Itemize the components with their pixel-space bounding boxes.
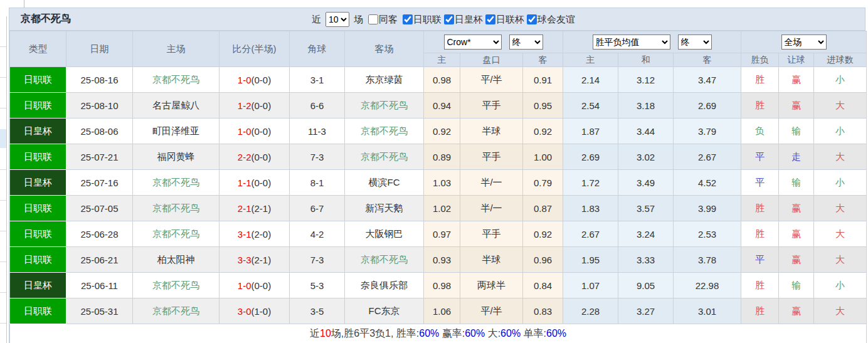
handicap-result-cell: 输 — [779, 119, 814, 144]
half-time-score: (1-0) — [251, 306, 272, 317]
date-cell: 25-06-11 — [66, 273, 133, 298]
odds-company-select[interactable]: Crow* — [444, 34, 502, 50]
league-checkbox-1[interactable] — [444, 14, 454, 24]
col-header-type: 类型 — [10, 31, 66, 67]
date-cell: 25-08-06 — [66, 119, 133, 144]
avg-away-cell: 2.53 — [674, 221, 741, 247]
summary-segment: 单率: — [521, 328, 546, 339]
handicap-cell: 平/半 — [460, 298, 523, 324]
result-cell: 胜 — [741, 196, 779, 221]
odds-home-cell: 0.97 — [424, 221, 460, 247]
same-away-filter[interactable]: 同客 — [368, 14, 398, 26]
odds-away-cell: 0.96 — [523, 247, 563, 273]
avg-home-cell: 2.28 — [563, 298, 618, 324]
corners-cell: 7-3 — [290, 144, 345, 170]
away-team-name: 京都不死鸟 — [361, 254, 408, 265]
league-checkbox-3[interactable] — [527, 14, 537, 24]
summary-segment: 60% — [465, 328, 485, 339]
away-team-cell: 横滨FC — [345, 170, 424, 196]
goals-cell: 小 — [814, 273, 867, 298]
avg-home-cell: 1.72 — [563, 170, 618, 196]
full-time-score: 2-2 — [238, 152, 251, 162]
league-checkbox-2[interactable] — [485, 14, 495, 24]
league-type-cell: 日皇杯 — [10, 170, 66, 196]
league-filter-1[interactable]: 日皇杯 — [444, 14, 483, 26]
scope-select[interactable]: 全场 — [781, 34, 827, 50]
summary-segment: 赢率: — [439, 328, 465, 339]
avg-time-select[interactable]: 终 — [678, 34, 712, 50]
league-checkbox-label: 日职联 — [413, 14, 442, 26]
result-cell: 负 — [741, 119, 779, 144]
handicap-result-cell: 赢 — [779, 93, 814, 119]
league-type-cell: 日职联 — [10, 298, 66, 324]
recent-count-select[interactable]: 10 — [326, 12, 349, 27]
home-team-cell: 京都不死鸟 — [133, 298, 220, 324]
handicap-cell: 平手 — [460, 144, 523, 170]
home-team-name: 京都不死鸟 — [152, 177, 199, 187]
home-team-name: 京都不死鸟 — [152, 228, 199, 239]
avg-type-select[interactable]: 胜平负均值 — [593, 34, 670, 50]
odds-home-cell: 0.94 — [424, 93, 460, 119]
avg-away-cell: 2.67 — [674, 144, 741, 170]
handicap-result-cell: 赢 — [779, 221, 814, 247]
avg-home-cell: 1.87 — [563, 119, 618, 144]
match-row: 日职联25-08-10名古屋鲸八1-2(0-0)6-6京都不死鸟0.94平手0.… — [10, 93, 867, 119]
corners-cell: 4-2 — [290, 221, 345, 247]
league-filter-checkboxes: 日职联日皇杯日联杯球会友谊 — [400, 14, 575, 26]
goals-cell: 大 — [814, 221, 867, 247]
away-team-cell: 奈良俱乐部 — [345, 273, 424, 298]
same-away-label: 同客 — [379, 14, 398, 26]
match-stats-panel: 京都不死鸟 近 10 场 同客 日职联日皇杯日联杯球会友谊 — [9, 8, 865, 343]
same-away-checkbox[interactable] — [368, 14, 378, 24]
avg-home-cell: 2.67 — [563, 221, 618, 247]
sub-header-odds-away: 客 — [523, 53, 563, 67]
corners-cell: 11-3 — [290, 119, 345, 144]
result-cell: 胜 — [741, 298, 779, 324]
handicap-result-cell: 赢 — [779, 196, 814, 221]
goals-cell: 小 — [814, 67, 867, 93]
col-header-away: 客场 — [345, 31, 424, 67]
match-row: 日皇杯25-08-06町田泽维亚1-0(0-0)11-3京都不死鸟0.92半球0… — [10, 119, 867, 144]
away-team-name: 奈良俱乐部 — [361, 280, 408, 290]
league-filter-0[interactable]: 日职联 — [403, 14, 442, 26]
away-team-name: 京都不死鸟 — [361, 100, 408, 110]
away-team-cell: 京都不死鸟 — [345, 144, 424, 170]
league-filter-3[interactable]: 球会友谊 — [527, 14, 575, 26]
sub-header-handicap-result: 让球 — [779, 53, 814, 67]
home-team-name: 福冈黄蜂 — [157, 151, 195, 162]
avg-away-cell: 3.47 — [674, 67, 741, 93]
result-cell: 平 — [741, 247, 779, 273]
home-team-name: 京都不死鸟 — [152, 280, 199, 290]
odds-away-cell: 0.92 — [523, 119, 563, 144]
handicap-result-cell: 赢 — [779, 298, 814, 324]
col-header-score: 比分(半场) — [220, 31, 290, 67]
home-team-name: 京都不死鸟 — [152, 74, 199, 85]
summary-segment: 60% — [546, 328, 566, 339]
league-checkbox-0[interactable] — [403, 14, 413, 24]
odds-time-select[interactable]: 终 — [509, 34, 543, 50]
league-type-cell: 日职联 — [10, 93, 66, 119]
avg-draw-cell: 9.05 — [618, 273, 674, 298]
odds-home-cell: 0.98 — [424, 273, 460, 298]
league-filter-2[interactable]: 日联杯 — [485, 14, 524, 26]
col-header-corners: 角球 — [290, 31, 345, 67]
avg-home-cell: 2.69 — [563, 144, 618, 170]
odds-away-cell: 0.83 — [523, 298, 563, 324]
half-time-score: (2-1) — [251, 255, 272, 265]
panel-header-bar: 京都不死鸟 近 10 场 同客 日职联日皇杯日联杯球会友谊 — [9, 8, 865, 31]
date-cell: 25-06-28 — [66, 221, 133, 247]
odds-home-cell: 1.02 — [424, 196, 460, 221]
home-team-name: 名古屋鲸八 — [152, 100, 199, 110]
avg-group-header: 胜平负均值 终 — [563, 31, 741, 53]
avg-home-cell: 1.83 — [563, 196, 618, 221]
league-type-cell: 日职联 — [10, 196, 66, 221]
summary-segment: 场,胜6平3负1, 胜率: — [331, 328, 419, 339]
adjacent-table-edge — [0, 16, 7, 343]
avg-draw-cell: 3.49 — [618, 170, 674, 196]
match-row: 日职联25-06-21柏太阳神3-3(2-1)7-3京都不死鸟0.93半球0.9… — [10, 247, 867, 273]
home-team-cell: 京都不死鸟 — [133, 273, 220, 298]
match-row: 日职联25-06-28京都不死鸟3-1(2-0)4-2大阪钢巴0.97平手0.9… — [10, 221, 867, 247]
avg-draw-cell: 3.24 — [618, 221, 674, 247]
odds-away-cell: 0.91 — [523, 67, 563, 93]
handicap-result-cell: 赢 — [779, 247, 814, 273]
